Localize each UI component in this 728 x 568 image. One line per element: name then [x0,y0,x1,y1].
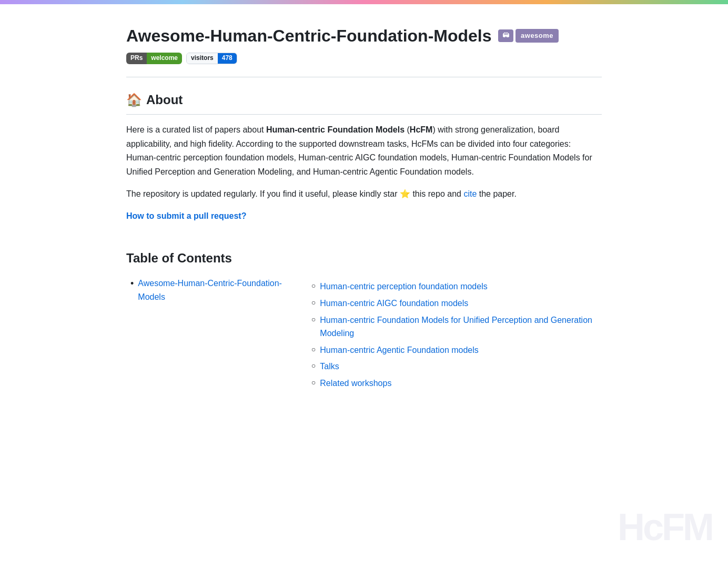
about-section: 🏠 About Here is a curated list of papers… [126,90,602,236]
toc-sub-link-4[interactable]: Talks [320,360,339,373]
toc-top-item: Awesome-Human-Centric-Foundation-Models … [130,277,602,393]
about-heading: 🏠 About [126,90,602,115]
toc-sub-item-3: Human-centric Agentic Foundation models [311,343,602,357]
badge-awesome-text: awesome [515,29,559,43]
toc-sub-link-1[interactable]: Human-centric AIGC foundation models [320,297,468,310]
toc-sublist: Human-centric perception foundation mode… [299,280,602,393]
badge-prs-value: welcome [147,53,182,64]
toc-sub-item-2: Human-centric Foundation Models for Unif… [311,313,602,340]
badge-prs: PRs welcome [126,53,182,64]
toc-sub-link-5[interactable]: Related workshops [320,377,391,390]
page-wrapper: Awesome-Human-Centric-Foundation-Models … [101,0,627,453]
toc-section: Table of Contents Awesome-Human-Centric-… [126,248,602,409]
toc-sub-link-2[interactable]: Human-centric Foundation Models for Unif… [320,313,602,340]
badge-prs-label: PRs [126,53,147,64]
about-paragraph-1: Here is a curated list of papers about H… [126,123,602,179]
about-heading-text: About [146,90,183,110]
about-emoji: 🏠 [126,90,142,110]
cite-link[interactable]: cite [463,189,477,198]
repo-header: Awesome-Human-Centric-Foundation-Models … [126,25,602,77]
toc-heading: Table of Contents [126,248,602,268]
toc-sub-link-0[interactable]: Human-centric perception foundation mode… [320,280,487,293]
badge-visitors-label: visitors [187,53,218,64]
badge-visitors: visitors 478 [186,53,237,64]
badge-visitors-count: 478 [218,53,237,64]
pull-request-link[interactable]: How to submit a pull request? [126,211,246,220]
toc-sub-item-4: Talks [311,360,602,373]
badge-awesome-container: 🕶 awesome [498,29,559,43]
badges-row: PRs welcome visitors 478 [126,53,602,64]
gradient-bar [0,0,728,4]
toc-top-link[interactable]: Awesome-Human-Centric-Foundation-Models [138,277,295,303]
toc-list: Awesome-Human-Centric-Foundation-Models … [126,277,602,393]
watermark: HcFM [618,497,712,557]
toc-sub-item-5: Related workshops [311,377,602,390]
repo-title: Awesome-Human-Centric-Foundation-Models [126,25,492,46]
toc-sub-link-3[interactable]: Human-centric Agentic Foundation models [320,343,479,357]
toc-sub-item-0: Human-centric perception foundation mode… [311,280,602,293]
about-paragraph-2: The repository is updated regularly. If … [126,187,602,201]
toc-sub-item-1: Human-centric AIGC foundation models [311,297,602,310]
badge-glasses-icon: 🕶 [498,29,514,43]
repo-title-row: Awesome-Human-Centric-Foundation-Models … [126,25,602,46]
